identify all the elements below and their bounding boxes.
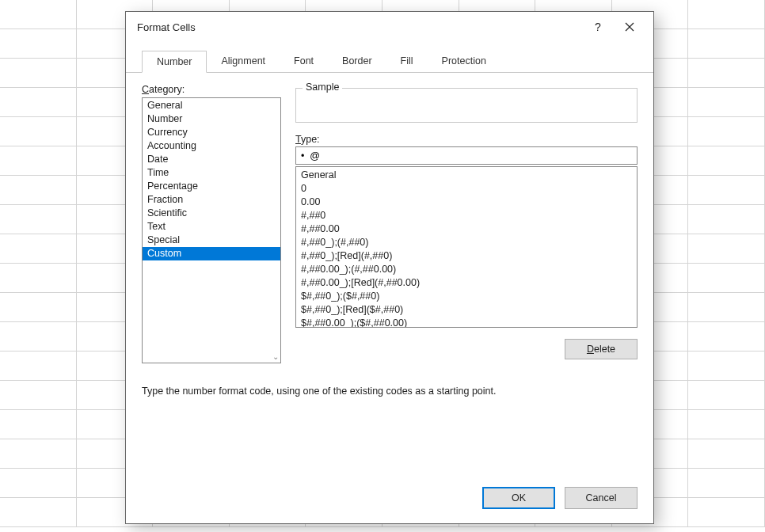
tab-border[interactable]: Border: [328, 51, 386, 73]
tab-strip: NumberAlignmentFontBorderFillProtection: [126, 50, 653, 73]
type-item[interactable]: #,##0.00_);(#,##0.00): [296, 263, 637, 276]
category-item[interactable]: Percentage: [143, 180, 280, 193]
category-item[interactable]: Custom: [143, 247, 280, 260]
help-button[interactable]: ?: [582, 15, 614, 39]
category-item[interactable]: Currency: [143, 126, 280, 139]
type-item[interactable]: #,##0.00: [296, 222, 637, 236]
dialog-footer: OK Cancel: [126, 474, 653, 523]
type-item[interactable]: $#,##0.00_);($#,##0.00): [296, 317, 637, 328]
type-item[interactable]: $#,##0_);[Red]($#,##0): [296, 303, 637, 317]
type-item[interactable]: General: [296, 169, 637, 182]
tab-font[interactable]: Font: [280, 51, 328, 73]
delete-button[interactable]: Delete: [565, 339, 638, 359]
category-label: Category:: [142, 84, 281, 95]
type-item[interactable]: $#,##0_);($#,##0): [296, 290, 637, 303]
type-item[interactable]: #,##0_);(#,##0): [296, 236, 637, 249]
right-column: Sample Type: General00.00#,##0#,##0.00#,…: [295, 84, 638, 363]
hint-text: Type the number format code, using one o…: [142, 386, 638, 397]
tab-protection[interactable]: Protection: [428, 51, 500, 73]
dialog-title: Format Cells: [137, 21, 582, 33]
close-icon: [625, 22, 634, 32]
ok-button[interactable]: OK: [482, 487, 555, 509]
category-item[interactable]: Text: [143, 220, 280, 234]
type-item[interactable]: 0.00: [296, 196, 637, 209]
tab-number[interactable]: Number: [142, 51, 207, 73]
type-label: Type:: [295, 134, 638, 145]
type-item[interactable]: #,##0_);[Red](#,##0): [296, 249, 637, 263]
category-column: Category: GeneralNumberCurrencyAccountin…: [142, 84, 281, 363]
category-item[interactable]: Special: [143, 234, 280, 247]
format-cells-dialog: Format Cells ? NumberAlignmentFontBorder…: [125, 11, 654, 524]
delete-row: Delete: [295, 339, 638, 359]
type-item[interactable]: #,##0: [296, 209, 637, 222]
category-list[interactable]: GeneralNumberCurrencyAccountingDateTimeP…: [142, 97, 281, 363]
sample-box: Sample: [295, 88, 638, 123]
dialog-body: Category: GeneralNumberCurrencyAccountin…: [126, 73, 653, 474]
cancel-button[interactable]: Cancel: [565, 487, 638, 509]
category-item[interactable]: Time: [143, 166, 280, 180]
number-tab-content: Category: GeneralNumberCurrencyAccountin…: [142, 84, 638, 363]
type-item[interactable]: #,##0.00_);[Red](#,##0.00): [296, 276, 637, 290]
category-item[interactable]: Fraction: [143, 193, 280, 207]
chevron-down-icon: ⌄: [272, 352, 279, 361]
types-list[interactable]: General00.00#,##0#,##0.00#,##0_);(#,##0)…: [295, 166, 638, 328]
close-button[interactable]: [614, 15, 645, 39]
tab-fill[interactable]: Fill: [386, 51, 428, 73]
category-item[interactable]: Date: [143, 153, 280, 166]
category-item[interactable]: General: [143, 99, 280, 112]
category-item[interactable]: Scientific: [143, 207, 280, 220]
category-item[interactable]: Number: [143, 112, 280, 126]
dialog-titlebar: Format Cells ?: [126, 12, 653, 42]
type-item[interactable]: 0: [296, 182, 637, 196]
tab-alignment[interactable]: Alignment: [207, 51, 280, 73]
sample-label: Sample: [303, 82, 342, 93]
category-item[interactable]: Accounting: [143, 139, 280, 153]
type-input[interactable]: [295, 146, 638, 165]
